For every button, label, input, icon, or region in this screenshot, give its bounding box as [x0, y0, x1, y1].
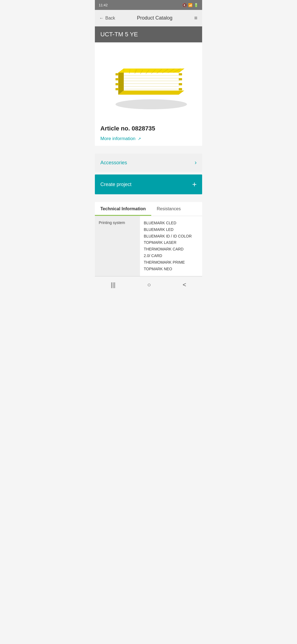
- create-project-button[interactable]: Create project +: [95, 174, 202, 194]
- create-project-label: Create project: [100, 182, 131, 187]
- technical-info-table: Printing system BLUEMARK CLED BLUEMARK L…: [95, 216, 202, 276]
- svg-rect-26: [179, 78, 182, 80]
- printing-system-value: BLUEMARK CLED BLUEMARK LED BLUEMARK ID /…: [144, 221, 192, 271]
- svg-rect-23: [116, 83, 119, 85]
- svg-point-0: [116, 99, 187, 109]
- svg-marker-1: [118, 91, 184, 95]
- more-info-label: More information: [100, 136, 136, 141]
- wifi-icon: 📶: [188, 3, 193, 7]
- table-row: Printing system BLUEMARK CLED BLUEMARK L…: [95, 216, 202, 276]
- plus-icon: +: [192, 180, 197, 189]
- svg-rect-24: [116, 88, 119, 90]
- external-link-icon: ↗︎: [138, 137, 141, 141]
- accessories-button[interactable]: Accessories ›: [95, 154, 202, 172]
- tab-technical-information-label: Technical Information: [100, 206, 146, 211]
- product-title: UCT-TM 5 YE: [100, 31, 138, 38]
- svg-rect-21: [116, 73, 119, 75]
- product-banner: UCT-TM 5 YE: [95, 26, 202, 42]
- page-title: Product Catalog: [137, 15, 172, 21]
- tech-row-label: Printing system: [95, 216, 140, 276]
- tab-resistances[interactable]: Resistances: [151, 202, 186, 216]
- tech-row-value: BLUEMARK CLED BLUEMARK LED BLUEMARK ID /…: [140, 216, 202, 276]
- recent-apps-button[interactable]: |||: [111, 281, 116, 288]
- navigation-bar: ← Back Product Catalog ≡: [95, 10, 202, 26]
- tab-resistances-label: Resistances: [157, 206, 181, 211]
- article-section: Article no. 0828735 More information ↗︎: [95, 119, 202, 146]
- svg-rect-28: [179, 88, 182, 90]
- back-hardware-button[interactable]: <: [183, 281, 186, 288]
- bottom-navigation: ||| ○ <: [95, 276, 202, 292]
- svg-rect-27: [179, 83, 182, 85]
- article-number: Article no. 0828735: [100, 125, 197, 132]
- back-button[interactable]: ← Back: [99, 16, 115, 21]
- accessories-label: Accessories: [100, 160, 127, 166]
- status-time: 11:42: [99, 3, 108, 7]
- tabs-container: Technical Information Resistances: [95, 202, 202, 216]
- home-button[interactable]: ○: [147, 281, 151, 288]
- status-bar: 11:42 🔇 📶 🔋: [95, 0, 202, 10]
- back-arrow-icon: ←: [99, 16, 104, 21]
- more-info-link[interactable]: More information ↗︎: [100, 136, 197, 141]
- product-image-area: [95, 42, 202, 119]
- back-label: Back: [105, 16, 115, 21]
- chevron-right-icon: ›: [195, 159, 197, 166]
- product-image: [110, 51, 187, 111]
- tab-technical-information[interactable]: Technical Information: [95, 202, 151, 216]
- svg-rect-25: [179, 73, 182, 75]
- svg-rect-22: [116, 78, 119, 80]
- menu-icon[interactable]: ≡: [194, 15, 198, 21]
- mute-icon: 🔇: [182, 3, 187, 7]
- status-icons: 🔇 📶 🔋: [182, 3, 198, 7]
- battery-icon: 🔋: [194, 3, 198, 7]
